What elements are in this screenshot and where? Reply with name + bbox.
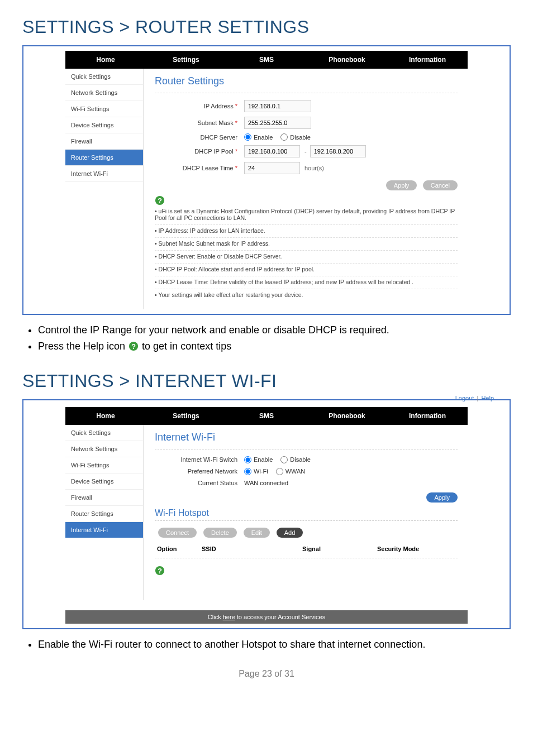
divider [155, 558, 458, 558]
apply-button[interactable]: Apply [386, 180, 417, 190]
sidebar-internet-wifi[interactable]: Internet Wi-Fi [65, 522, 143, 538]
current-status-value: WAN connected [244, 480, 288, 486]
sidebar-firewall[interactable]: Firewall [65, 490, 143, 506]
page-number: Page 23 of 31 [22, 669, 511, 679]
top-links: Logout | Help [455, 395, 494, 401]
th-option: Option [157, 546, 202, 552]
help-line: • uFi is set as a Dynamic Host Configura… [155, 205, 458, 225]
svg-text:?: ? [158, 567, 162, 575]
nav-sms[interactable]: SMS [226, 51, 307, 69]
label-dhcp-server: DHCP Server [155, 134, 244, 141]
add-button[interactable]: Add [277, 528, 303, 538]
help-line: • DHCP IP Pool: Allocate start and end I… [155, 264, 458, 276]
nav-settings[interactable]: Settings [146, 51, 226, 69]
help-icon[interactable]: ? [155, 195, 458, 205]
label-internet-wifi-switch: Internet Wi-Fi Switch [155, 456, 244, 463]
help-line: • IP Address: IP address for LAN interfa… [155, 225, 458, 238]
dhcp-pool-end-input[interactable] [310, 145, 366, 157]
sidebar-network-settings[interactable]: Network Settings [65, 85, 143, 101]
dhcp-pool-start-input[interactable] [244, 145, 300, 157]
screenshot-internet-wifi: Logout | Help Home Settings SMS Phoneboo… [22, 399, 511, 629]
account-services-link[interactable]: here [223, 614, 235, 620]
wifi-hotspot-heading: Wi-Fi Hotspot [155, 508, 458, 518]
help-line: • Subnet Mask: Subnet mask for IP addres… [155, 238, 458, 251]
sidebar-firewall[interactable]: Firewall [65, 133, 143, 150]
help-icon[interactable]: ? [155, 565, 458, 576]
logout-link[interactable]: Logout [455, 395, 474, 401]
page-title: Router Settings [155, 74, 458, 90]
sidebar-device-settings[interactable]: Device Settings [65, 473, 143, 490]
iwifi-disable-radio[interactable]: Disable [280, 456, 311, 463]
main-nav: Home Settings SMS Phonebook Information [65, 407, 468, 425]
apply-button[interactable]: Apply [426, 492, 458, 503]
label-ip-address: IP Address * [155, 103, 244, 109]
lease-hours-label: hour(s) [304, 165, 324, 171]
label-subnet-mask: Subnet Mask * [155, 119, 244, 126]
label-preferred-network: Preferred Network [155, 468, 244, 475]
nav-phonebook[interactable]: Phonebook [307, 51, 387, 69]
cancel-button[interactable]: Cancel [423, 180, 458, 190]
bullet-text: Enable the Wi-Fi router to connect to an… [38, 637, 511, 652]
ip-address-input[interactable] [244, 100, 311, 112]
screenshot-router-settings: Home Settings SMS Phonebook Information … [22, 45, 511, 315]
nav-information[interactable]: Information [387, 51, 468, 69]
nav-phonebook[interactable]: Phonebook [307, 407, 387, 425]
sidebar-wifi-settings[interactable]: Wi-Fi Settings [65, 457, 143, 473]
sidebar-quick-settings[interactable]: Quick Settings [65, 425, 143, 441]
sidebar-quick-settings[interactable]: Quick Settings [65, 69, 143, 85]
nav-information[interactable]: Information [387, 407, 468, 425]
iwifi-enable-radio[interactable]: Enable [244, 456, 273, 463]
section-heading-router: SETTINGS > ROUTER SETTINGS [22, 17, 511, 37]
dhcp-disable-radio[interactable]: Disable [280, 133, 311, 141]
doc-bullets-router: Control the IP Range for your network an… [22, 323, 511, 354]
svg-text:?: ? [158, 197, 162, 204]
sidebar-device-settings[interactable]: Device Settings [65, 117, 143, 133]
nav-home[interactable]: Home [65, 407, 146, 425]
help-line: • Your settings will take effect after r… [155, 289, 458, 302]
divider [155, 93, 458, 93]
delete-button[interactable]: Delete [203, 528, 237, 538]
help-box: • uFi is set as a Dynamic Host Configura… [155, 205, 458, 302]
settings-sidebar: Quick Settings Network Settings Wi-Fi Se… [65, 69, 144, 309]
preferred-wifi-radio[interactable]: Wi-Fi [244, 468, 268, 475]
help-icon: ? [129, 341, 139, 351]
help-line: • DHCP Lease Time: Define validity of th… [155, 276, 458, 289]
dhcp-lease-input[interactable] [244, 162, 300, 174]
dhcp-enable-radio[interactable]: Enable [244, 133, 273, 141]
section-heading-internet-wifi: SETTINGS > INTERNET WI-FI [22, 371, 511, 391]
label-current-status: Current Status [155, 480, 244, 486]
sidebar-router-settings[interactable]: Router Settings [65, 150, 143, 166]
th-security-mode: Security Mode [377, 546, 455, 552]
nav-home[interactable]: Home [65, 51, 146, 69]
sidebar-network-settings[interactable]: Network Settings [65, 441, 143, 457]
page-title: Internet Wi-Fi [155, 430, 458, 447]
pool-separator: - [304, 148, 307, 155]
account-services-footer: Click here to access your Account Servic… [65, 610, 468, 624]
sidebar-internet-wifi[interactable]: Internet Wi-Fi [65, 166, 143, 182]
settings-sidebar: Quick Settings Network Settings Wi-Fi Se… [65, 425, 144, 600]
connect-button[interactable]: Connect [158, 528, 197, 538]
sidebar-wifi-settings[interactable]: Wi-Fi Settings [65, 101, 143, 117]
th-signal: Signal [302, 546, 377, 552]
bullet-text: Press the Help icon ? to get in context … [38, 339, 511, 354]
subnet-mask-input[interactable] [244, 117, 311, 129]
th-ssid: SSID [202, 546, 302, 552]
nav-sms[interactable]: SMS [226, 407, 307, 425]
divider [155, 449, 458, 449]
sidebar-router-settings[interactable]: Router Settings [65, 506, 143, 522]
label-dhcp-ip-pool: DHCP IP Pool * [155, 148, 244, 155]
main-nav: Home Settings SMS Phonebook Information [65, 51, 468, 69]
nav-settings[interactable]: Settings [146, 407, 226, 425]
bullet-text: Control the IP Range for your network an… [38, 323, 511, 338]
doc-bullets-iwifi: Enable the Wi-Fi router to connect to an… [22, 637, 511, 652]
divider [155, 520, 458, 521]
label-dhcp-lease-time: DHCP Lease Time * [155, 165, 244, 171]
help-link[interactable]: Help [481, 395, 494, 401]
help-line: • DHCP Server: Enable or Disable DHCP Se… [155, 251, 458, 264]
svg-text:?: ? [131, 343, 136, 351]
preferred-wwan-radio[interactable]: WWAN [276, 468, 306, 475]
hotspot-table-header: Option SSID Signal Security Mode [155, 542, 458, 556]
edit-button[interactable]: Edit [244, 528, 270, 538]
